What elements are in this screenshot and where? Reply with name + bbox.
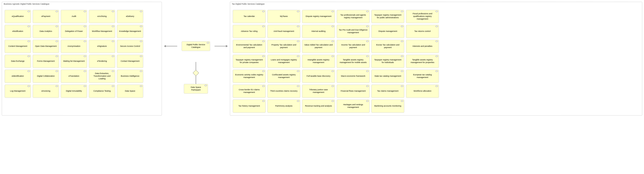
tax-node-icon-15 [297,41,299,42]
tax-empty-48 [441,100,474,113]
node-icon-0 [28,11,30,12]
tax-node-icon-36 [297,85,299,87]
tax-node-36: Third countries claims recovery [268,85,300,98]
tax-node-icon-10 [366,26,368,27]
tax-node-icon-29 [297,71,299,72]
tax-node-18: Excise Tax calculation and payment [371,40,404,53]
tax-node-15: Property Tax calculation and payment [268,40,300,53]
node-icon-10 [28,41,30,42]
node-icon-17 [84,56,86,57]
business-node-29: Data Space [117,85,143,98]
business-node-18: eTendering [89,55,115,68]
tax-node-8: Anti-fraud management [268,25,300,38]
node-icon-9 [140,26,142,27]
arrow-left [164,46,177,46]
tax-node-icon-11 [401,26,403,27]
tax-node-24: Tangible assets registry management for … [337,55,370,68]
tax-empty-41 [441,85,474,98]
tax-node-7: Advance Tax ruling [233,25,266,38]
tax-node-icon-4 [401,11,403,12]
tax-node-icon-44 [332,100,334,102]
business-node-8: Workflow Management [89,25,115,38]
tax-node-46: Bankining accounts monitoring [371,100,404,113]
tax-node-21: Taxpayer registry management for private… [233,55,266,68]
central-node-icon [207,42,209,44]
node-icon-11 [56,41,58,42]
tax-node-3: Tax professionals and agents registry ma… [337,10,370,23]
tax-node-25: Taxpayer registry management for individ… [371,55,404,68]
tax-node-42: Tax history management [233,100,266,113]
central-node: Digital Public Service Catalogue [182,41,210,51]
vertical-line-bottom [196,75,196,84]
business-node-24: Business Intelligence [117,70,143,83]
node-icon-6 [56,26,58,27]
node-icon-7 [84,26,86,27]
business-node-15: Data Exchange [4,55,31,68]
business-node-16: Forms Management [33,55,59,68]
node-icon-19 [140,56,142,57]
tax-node-32: State tax catalog management [371,70,404,83]
business-node-20: eIdentification [4,70,31,83]
business-node-6: Data Analytics [33,25,59,38]
tax-node-14: Environmental Tax calculation and paymen… [233,40,266,53]
tax-node-10: Tax Pre-Audit and Due-Diligence manageme… [337,25,370,38]
business-node-19: Contact Management [117,55,143,68]
tax-node-1: MyTaxes [268,10,300,23]
business-grid: eQualificationePaymentAuditeArchivingeDe… [4,10,159,98]
tax-empty-47 [406,100,439,113]
tax-node-icon-12 [436,26,438,27]
tax-node-icon-33 [436,71,438,72]
node-icon-8 [112,26,114,27]
data-space-participant-node: Data Space Participant [184,84,208,94]
tax-node-29: Confiscated assets registry management [268,70,300,83]
node-icon-5 [28,26,30,27]
business-node-1: ePayment [33,10,59,23]
business-node-13: eSignature [89,40,115,53]
business-node-0: eQualification [4,10,31,23]
tax-node-icon-30 [332,71,334,72]
tax-node-icon-46 [401,100,403,102]
tax-node-icon-35 [262,85,264,87]
business-node-23: Data Extraction, Transformation and Load… [89,70,115,83]
tax-node-38: Financial flows management [337,85,370,98]
tax-node-11: Dispute management [371,25,404,38]
tax-node-31: Macro-economic framework [337,70,370,83]
business-node-26: eInvoicing [33,85,59,98]
tax-node-39: Tax claims management [371,85,404,98]
tax-node-icon-19 [436,41,438,42]
business-catalogue-title: Business Agnostic Digital Public Service… [4,3,49,5]
business-node-21: Digital Collaboration [33,70,59,83]
node-icon-13 [112,41,114,42]
tax-empty-34 [441,70,474,83]
tax-empty-27 [441,55,474,68]
tax-node-26: Tangible assets registry management for … [406,55,439,68]
business-node-5: eNotification [4,25,31,38]
tax-node-43: Partrimony analysis [268,100,300,113]
tax-node-icon-45 [366,100,368,102]
node-icon-29 [140,85,142,87]
tax-node-5: Fiscal professions and qualifications re… [406,10,439,23]
tax-node-30: Full taxable base discovery [302,70,335,83]
tax-node-16: Value Added Tax calculation and payment [302,40,335,53]
business-node-27: Digital Inmutability [61,85,87,98]
tax-node-icon-23 [332,56,334,57]
business-node-9: Knowledge Management [117,25,143,38]
node-icon-18 [112,56,114,57]
tax-node-2: Dispute registry management [302,10,335,23]
tax-node-icon-3 [366,11,368,12]
business-node-17: Waiting list Management [61,55,87,68]
node-icon-20 [28,71,30,72]
node-icon-21 [56,71,58,72]
node-icon-25 [28,85,30,87]
tax-node-4: Taxpayer registry management for public … [371,10,404,23]
tax-catalogue: Tax Digital Public Services Catalogue Ta… [230,2,642,116]
participant-label: Data Space Participant [186,86,206,91]
node-icon-1 [56,11,58,12]
tax-node-12: Tax returns control [406,25,439,38]
arrow-right-to-tax [214,46,228,46]
tax-node-icon-31 [366,71,368,72]
tax-node-icon-21 [262,56,264,57]
node-icon-2 [84,11,86,12]
business-node-22: eTranslation [61,70,87,83]
node-icon-22 [84,71,86,72]
